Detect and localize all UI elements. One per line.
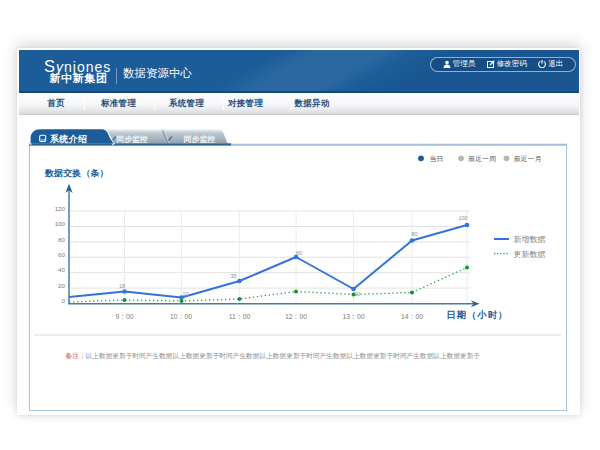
svg-text:最近一月: 最近一月 — [514, 155, 542, 163]
svg-text:日期（小时）: 日期（小时） — [447, 309, 509, 321]
svg-text:20: 20 — [58, 282, 65, 289]
svg-text:备注：以上数据更新于时间产生数据以上数据更新于时间产生数据以: 备注：以上数据更新于时间产生数据以上数据更新于时间产生数据以上数据更新于时间产生… — [66, 352, 481, 360]
svg-text:11：00: 11：00 — [229, 313, 251, 320]
svg-text:120: 120 — [55, 205, 66, 212]
svg-text:0: 0 — [62, 297, 66, 304]
svg-text:80: 80 — [58, 236, 65, 243]
svg-text:10: 10 — [354, 291, 360, 297]
svg-text:80: 80 — [412, 231, 418, 237]
svg-text:新增数据: 新增数据 — [514, 235, 546, 244]
svg-text:40: 40 — [58, 266, 65, 273]
svg-text:60: 60 — [58, 251, 65, 258]
svg-text:100: 100 — [55, 220, 66, 227]
svg-text:9：00: 9：00 — [115, 313, 133, 320]
svg-text:10：00: 10：00 — [170, 313, 192, 320]
svg-text:14：00: 14：00 — [401, 313, 423, 320]
svg-text:13：00: 13：00 — [343, 313, 365, 320]
svg-text:数据交换（条）: 数据交换（条） — [44, 168, 109, 178]
svg-text:最近一周: 最近一周 — [468, 155, 496, 162]
svg-text:当日: 当日 — [430, 155, 444, 163]
svg-text:10: 10 — [183, 291, 189, 297]
svg-text:60: 60 — [296, 250, 302, 256]
svg-text:更新数据: 更新数据 — [514, 250, 546, 259]
svg-text:35: 35 — [231, 273, 237, 279]
svg-text:100: 100 — [459, 215, 468, 221]
svg-text:18: 18 — [119, 283, 125, 289]
svg-text:12：00: 12：00 — [285, 313, 307, 320]
